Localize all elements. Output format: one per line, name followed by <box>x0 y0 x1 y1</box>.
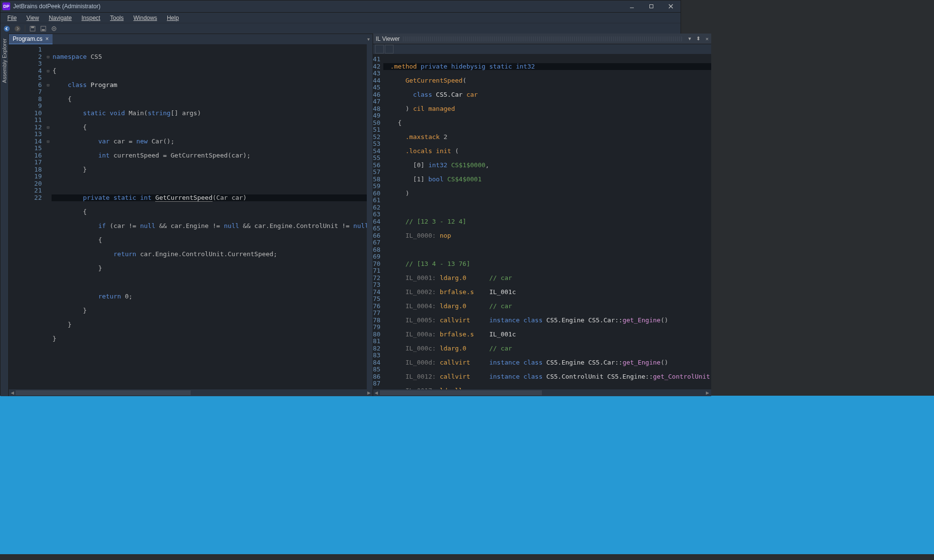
editor-vertical-scrollbar[interactable] <box>367 44 373 389</box>
svg-rect-7 <box>31 26 34 28</box>
scroll-right-icon[interactable]: ▶ <box>704 389 711 396</box>
code-editor[interactable]: 1 2 3 4 5 6 7 8 9 10 11 12 13 14 15 16 1 <box>9 44 373 389</box>
close-tab-icon[interactable]: × <box>45 35 49 42</box>
file-tab-program[interactable]: Program.cs × <box>9 34 53 45</box>
editor-tabs: Program.cs × ▾ <box>9 34 373 44</box>
menu-tools[interactable]: Tools <box>105 13 128 23</box>
open-button[interactable] <box>39 24 48 33</box>
menu-view[interactable]: View <box>21 13 44 23</box>
fold-column: ⊟⊟ ⊟ ⊟ ⊟ <box>45 44 52 389</box>
app-icon: DP <box>2 2 10 10</box>
main-area: Assembly Explorer Program.cs × ▾ 1 2 3 4… <box>0 34 681 396</box>
svg-point-4 <box>4 26 10 32</box>
tab-dropdown-icon[interactable]: ▾ <box>367 36 370 42</box>
svg-point-11 <box>54 28 55 29</box>
menubar: File View Navigate Inspect Tools Windows… <box>0 12 681 23</box>
menu-file[interactable]: File <box>2 13 21 23</box>
menu-navigate[interactable]: Navigate <box>44 13 76 23</box>
il-viewer-toolbar <box>373 44 711 54</box>
il-horizontal-scrollbar[interactable]: ◀ ▶ <box>373 389 711 396</box>
desktop-background <box>0 396 934 554</box>
svg-rect-9 <box>42 29 45 31</box>
code-editor-pane: Program.cs × ▾ 1 2 3 4 5 6 7 8 9 10 11 <box>9 34 373 396</box>
editor-horizontal-scrollbar[interactable]: ◀ ▶ <box>9 389 373 396</box>
line-gutter: 1 2 3 4 5 6 7 8 9 10 11 12 13 14 15 16 1 <box>9 44 45 389</box>
scroll-left-icon[interactable]: ◀ <box>373 389 380 396</box>
settings-button[interactable] <box>50 24 58 33</box>
scroll-right-icon[interactable]: ▶ <box>366 389 373 396</box>
menu-inspect[interactable]: Inspect <box>77 13 106 23</box>
code-body[interactable]: namespace CS5 { class Program { static v… <box>52 44 373 389</box>
panel-dropdown-icon[interactable]: ▾ <box>686 35 694 43</box>
svg-rect-1 <box>650 5 653 8</box>
il-tool-2[interactable] <box>385 45 394 53</box>
scroll-left-icon[interactable]: ◀ <box>9 389 16 396</box>
highlighted-line: private static int GetCurrentSpeed(Car c… <box>52 194 373 202</box>
window-title: JetBrains dotPeek (Administrator) <box>13 3 100 10</box>
il-editor[interactable]: 4142434445464748495051525354555657585960… <box>373 54 711 389</box>
il-viewer-pane: IL Viewer ▾ ⬍ × 414243444546474849505152… <box>373 34 711 396</box>
forward-button[interactable] <box>13 24 22 33</box>
file-tab-label: Program.cs <box>13 35 42 42</box>
titlebar: DP JetBrains dotPeek (Administrator) <box>0 0 681 12</box>
svg-point-5 <box>15 26 20 32</box>
il-code-body[interactable]: .method private hidebysig static int32 G… <box>383 54 711 389</box>
save-button[interactable] <box>28 24 37 33</box>
minimize-button[interactable] <box>622 0 642 12</box>
menu-help[interactable]: Help <box>162 13 184 23</box>
menu-windows[interactable]: Windows <box>128 13 162 23</box>
close-button[interactable] <box>661 0 681 12</box>
il-tool-1[interactable] <box>375 45 384 53</box>
side-dock: Assembly Explorer <box>0 34 9 396</box>
panel-pin-icon[interactable]: ⬍ <box>695 35 702 43</box>
assembly-explorer-tab[interactable]: Assembly Explorer <box>0 36 8 85</box>
il-viewer-header: IL Viewer ▾ ⬍ × <box>373 34 711 44</box>
il-line-gutter: 4142434445464748495051525354555657585960… <box>373 54 384 389</box>
toolbar <box>0 23 681 34</box>
back-button[interactable] <box>2 24 11 33</box>
panel-close-icon[interactable]: × <box>703 35 711 43</box>
il-viewer-title: IL Viewer <box>376 35 400 42</box>
maximize-button[interactable] <box>642 0 661 12</box>
